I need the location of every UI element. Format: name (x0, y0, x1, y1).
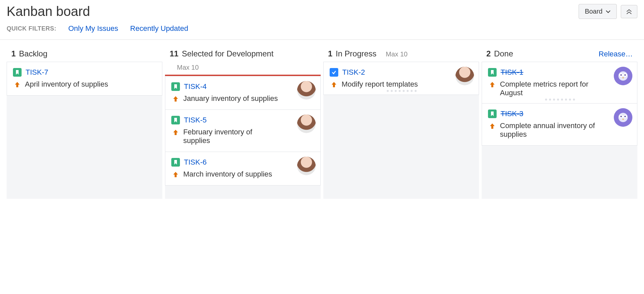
column-header: 2DoneRelease… (482, 46, 637, 62)
collapse-button[interactable] (621, 5, 637, 18)
task-icon (330, 68, 338, 77)
issue-summary: February inventory of supplies (183, 128, 280, 145)
issue-summary: March inventory of supplies (183, 170, 272, 179)
issue-key[interactable]: TISK-3 (501, 110, 523, 118)
issue-summary: April inventory of supplies (25, 80, 108, 89)
column-max-sub: Max 10 (165, 62, 321, 75)
column: 2DoneRelease…TISK-1Complete metrics repo… (482, 46, 637, 199)
issue-summary: Complete metrics report for August (500, 80, 596, 97)
avatar[interactable] (297, 81, 316, 100)
filter-recently-updated[interactable]: Recently Updated (130, 24, 188, 33)
avatar[interactable] (297, 114, 316, 133)
issue-card[interactable]: TISK-6March inventory of supplies (165, 152, 321, 185)
avatar[interactable] (455, 67, 474, 85)
column-header: 1In ProgressMax 10 (323, 46, 479, 62)
story-icon (488, 110, 497, 118)
column-name: In Progress (336, 49, 376, 58)
priority-up-icon (172, 170, 179, 178)
board-dropdown-label: Board (585, 8, 603, 15)
page-title: Kanban board (7, 4, 90, 19)
issue-key[interactable]: TISK-1 (501, 68, 523, 77)
avatar[interactable] (614, 108, 632, 127)
avatar[interactable] (297, 157, 316, 175)
issue-key[interactable]: TISK-5 (184, 116, 206, 124)
column-name: Backlog (19, 49, 47, 58)
card-dots (330, 89, 473, 92)
svg-point-3 (620, 74, 622, 76)
priority-up-icon (330, 80, 338, 88)
column-max: Max 10 (386, 50, 408, 58)
column-body[interactable]: TISK-4January inventory of suppliesTISK-… (165, 75, 321, 199)
column: 1BacklogTISK-7April inventory of supplie… (7, 46, 165, 199)
story-icon (171, 116, 180, 124)
priority-up-icon (14, 80, 21, 88)
issue-card[interactable]: TISK-1Complete metrics report for August (482, 62, 637, 104)
story-icon (488, 68, 497, 77)
column: 11Selected for DevelopmentMax 10TISK-4Ja… (165, 46, 323, 199)
issue-key[interactable]: TISK-2 (342, 68, 365, 77)
column-header: 11Selected for Development (165, 46, 321, 62)
story-icon (171, 158, 180, 167)
board-dropdown[interactable]: Board (579, 4, 617, 19)
column-count: 2 (486, 49, 491, 58)
column-header: 1Backlog (7, 46, 162, 62)
chevron-double-up-icon (626, 9, 632, 15)
release-link[interactable]: Release… (599, 50, 633, 58)
priority-up-icon (489, 121, 496, 129)
issue-key[interactable]: TISK-4 (184, 82, 206, 91)
card-dots (488, 97, 632, 101)
story-icon (171, 82, 180, 91)
issue-key[interactable]: TISK-7 (26, 68, 48, 77)
quick-filters-label: QUICK FILTERS: (7, 25, 56, 32)
priority-up-icon (172, 94, 179, 102)
svg-point-9 (624, 116, 626, 117)
issue-card[interactable]: TISK-4January inventory of supplies (165, 76, 321, 110)
chevron-down-icon (606, 10, 610, 13)
issue-card[interactable]: TISK-7April inventory of supplies (7, 62, 162, 96)
column-count: 11 (170, 49, 179, 58)
priority-up-icon (489, 80, 496, 88)
issue-card[interactable]: TISK-2Modify report templates (323, 62, 479, 95)
column-count: 1 (11, 49, 16, 58)
column-count: 1 (328, 49, 332, 58)
issue-key[interactable]: TISK-6 (184, 158, 206, 167)
issue-card[interactable]: TISK-3Complete annual inventory of suppl… (482, 103, 637, 146)
issue-card[interactable]: TISK-5February inventory of supplies (165, 110, 321, 152)
column: 1In ProgressMax 10TISK-2Modify report te… (323, 46, 482, 199)
svg-point-4 (624, 74, 626, 76)
story-icon (13, 68, 22, 77)
column-name: Done (494, 49, 513, 58)
issue-summary: January inventory of supplies (183, 94, 278, 103)
column-name: Selected for Development (182, 49, 274, 58)
svg-point-8 (620, 116, 622, 117)
column-body[interactable]: TISK-7April inventory of supplies (7, 62, 162, 199)
column-body[interactable]: TISK-2Modify report templates (323, 62, 479, 199)
priority-up-icon (172, 128, 179, 136)
column-body[interactable]: TISK-1Complete metrics report for August… (482, 62, 637, 199)
avatar[interactable] (614, 67, 632, 85)
issue-summary: Complete annual inventory of supplies (500, 121, 596, 139)
issue-summary: Modify report templates (342, 80, 418, 89)
filter-only-my-issues[interactable]: Only My Issues (68, 24, 118, 33)
